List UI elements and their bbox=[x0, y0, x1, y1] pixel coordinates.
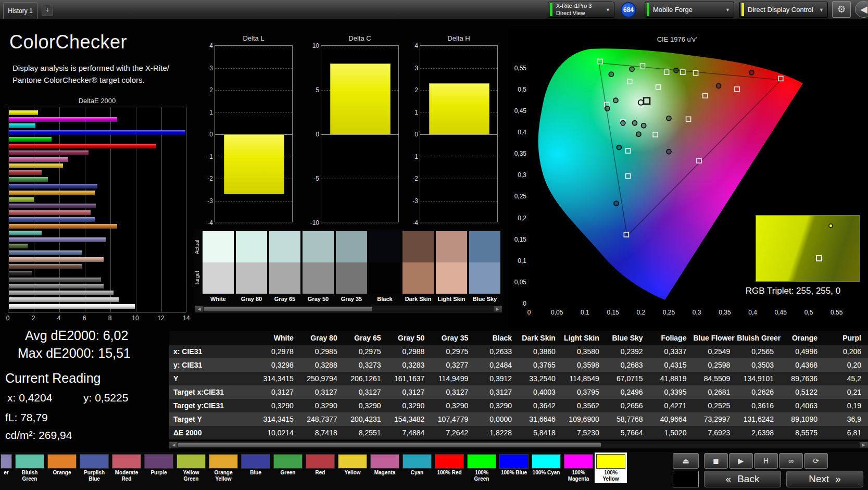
scrollbar-track[interactable] bbox=[178, 442, 860, 448]
patch-label: Red bbox=[306, 470, 335, 476]
scroll-left-arrow[interactable]: ◀ bbox=[195, 306, 203, 312]
gridline bbox=[420, 157, 497, 157]
patch-button[interactable]: Orange Yellow bbox=[208, 454, 238, 482]
next-button[interactable]: Next » bbox=[786, 471, 863, 487]
scrollbar-thumb[interactable] bbox=[204, 307, 372, 311]
pattern-window-button[interactable] bbox=[673, 471, 699, 487]
pattern-icon: H bbox=[763, 457, 769, 465]
table-scrollbar[interactable]: ◀ ▶ bbox=[169, 442, 868, 448]
table-cell: 0,3795 bbox=[562, 385, 606, 399]
table-cell: 0,2656 bbox=[606, 399, 650, 412]
table-cell: 0,3283 bbox=[388, 358, 432, 372]
patch-button[interactable]: Purple bbox=[144, 454, 174, 482]
patch-button[interactable]: Green bbox=[273, 454, 303, 482]
patch-label: Bluish Green bbox=[15, 470, 44, 482]
table-cell: 5,8418 bbox=[519, 426, 562, 439]
gridline bbox=[420, 134, 497, 135]
pattern-button[interactable]: H bbox=[754, 453, 778, 469]
deltae-bar bbox=[9, 177, 48, 182]
workflow-dropdown[interactable]: Mobile Forge ▼ bbox=[645, 2, 734, 18]
axis-tick-label: 0,5 bbox=[801, 309, 816, 316]
table-cell: 0,2978 bbox=[257, 345, 300, 358]
patch-button[interactable]: 100% Blue bbox=[499, 454, 529, 482]
patch-button[interactable]: 100% Green bbox=[467, 454, 497, 482]
axis-tick-label: -1 bbox=[198, 153, 213, 160]
table-cell: 248,7377 bbox=[300, 412, 344, 426]
swatch-label: Blue Sky bbox=[469, 294, 500, 304]
patch-button[interactable]: Red bbox=[305, 454, 335, 482]
axis-tick-label: 0 bbox=[509, 300, 526, 307]
back-button[interactable]: « Back bbox=[704, 471, 781, 487]
scrollbar-track[interactable] bbox=[203, 306, 494, 312]
table-cell: 0,3395 bbox=[650, 385, 694, 399]
deltae-bar bbox=[9, 217, 95, 222]
patch-color-swatch bbox=[532, 454, 561, 469]
table-cell: 0,2565 bbox=[737, 345, 781, 358]
patch-color-swatch bbox=[80, 454, 109, 469]
display-control-status-indicator bbox=[741, 3, 744, 16]
scroll-right-arrow[interactable]: ▶ bbox=[494, 306, 501, 312]
patch-button[interactable]: 100% Magenta bbox=[563, 454, 594, 482]
refresh-button[interactable]: ⟳ bbox=[804, 453, 828, 469]
cdm2-value: cd/m²: 269,94 bbox=[5, 429, 72, 442]
patch-button[interactable]: Orange bbox=[47, 454, 77, 482]
patch-button[interactable]: Purplish Blue bbox=[79, 454, 109, 482]
patch-button[interactable]: 100% Red bbox=[434, 454, 464, 482]
deltae-bar bbox=[9, 278, 101, 282]
patch-button[interactable]: 100% Cyan bbox=[531, 454, 561, 482]
patch-button[interactable]: Yellow bbox=[337, 454, 368, 482]
meter-dropdown[interactable]: X-Rite i1Pro 3 Direct View ▼ bbox=[548, 2, 614, 18]
table-row: ΔE 200010,02148,74188,25517,48847,26421,… bbox=[169, 426, 868, 439]
settings-button[interactable]: ⚙ bbox=[832, 1, 851, 18]
patch-label: 100% Magenta bbox=[564, 470, 593, 482]
play-button[interactable]: ▶ bbox=[729, 453, 753, 469]
patch-button[interactable]: Blue bbox=[241, 454, 271, 482]
stop-button[interactable]: ◼ bbox=[704, 453, 728, 469]
axis-tick-label: -1 bbox=[404, 153, 418, 160]
table-row: Target y:CIE310,32900,32900,32900,32900,… bbox=[169, 399, 868, 412]
deltae-x-axis: 02468101214 bbox=[8, 315, 186, 323]
table-cell: 84,5509 bbox=[693, 372, 737, 385]
patch-button[interactable]: Moderate Red bbox=[111, 454, 142, 482]
swatch-scrollbar[interactable]: ◀ ▶ bbox=[195, 306, 502, 312]
table-cell: 1,5020 bbox=[650, 426, 694, 439]
scroll-right-arrow[interactable]: ▶ bbox=[860, 442, 867, 448]
actual-swatch bbox=[436, 231, 467, 262]
actual-swatch bbox=[236, 231, 267, 262]
measured-point-circle bbox=[716, 83, 721, 88]
table-row-label: Y bbox=[169, 372, 257, 385]
eject-button[interactable]: ⏏ bbox=[673, 453, 699, 469]
patch-label: Moderate Red bbox=[112, 470, 141, 482]
add-tab-button[interactable]: + bbox=[42, 5, 53, 16]
gridline bbox=[215, 68, 292, 69]
table-cell: 0,3598 bbox=[562, 358, 606, 372]
table-cell: 0,2549 bbox=[693, 345, 737, 358]
scroll-left-arrow[interactable]: ◀ bbox=[170, 442, 178, 448]
deltae-bar bbox=[9, 231, 42, 235]
patch-button[interactable]: Yellow Green bbox=[176, 454, 206, 482]
patch-button[interactable]: er bbox=[0, 454, 12, 482]
table-cell: 114,9499 bbox=[431, 372, 475, 385]
axis-tick-label: 0,35 bbox=[509, 150, 526, 157]
axis-tick-label: 0,05 bbox=[509, 279, 526, 286]
table-cell: 109,6900 bbox=[562, 412, 606, 426]
gridline bbox=[215, 201, 292, 202]
patch-color-swatch bbox=[112, 454, 141, 469]
gridline bbox=[321, 179, 398, 179]
patch-button[interactable]: 100% Yellow bbox=[596, 454, 626, 482]
gear-icon: ⚙ bbox=[837, 4, 846, 15]
patch-button[interactable]: Bluish Green bbox=[15, 454, 45, 482]
continuous-measure-button[interactable]: ∞ bbox=[779, 453, 803, 469]
reading-count-badge: 684 bbox=[621, 2, 636, 18]
history-tab[interactable]: History 1 bbox=[3, 2, 37, 19]
swatch-column: Gray 65 bbox=[269, 231, 300, 304]
patch-color-swatch bbox=[370, 454, 399, 469]
patch-button[interactable]: Cyan bbox=[402, 454, 432, 482]
table-cell: 41,8819 bbox=[650, 372, 694, 385]
patch-label: Yellow bbox=[338, 470, 367, 476]
display-control-dropdown[interactable]: Direct Display Control ▼ bbox=[739, 2, 828, 18]
collapse-panel-button[interactable]: ◀ bbox=[855, 1, 868, 18]
patch-label: Purplish Blue bbox=[80, 470, 109, 482]
patch-button[interactable]: Magenta bbox=[370, 454, 400, 482]
scrollbar-thumb[interactable] bbox=[178, 443, 601, 447]
